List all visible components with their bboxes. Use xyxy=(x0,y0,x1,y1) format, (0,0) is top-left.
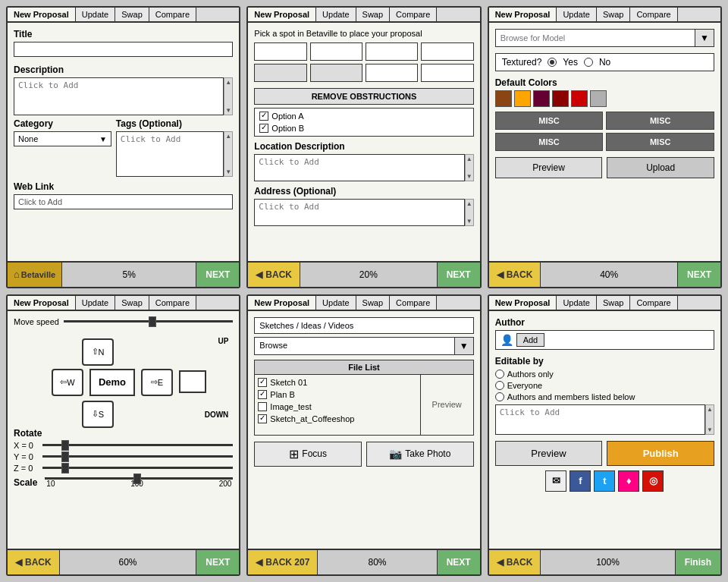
tab-update-2[interactable]: Update xyxy=(316,8,356,21)
tab-compare-6[interactable]: Compare xyxy=(630,296,677,310)
swatch-orange[interactable] xyxy=(514,90,531,107)
facebook-social-icon[interactable]: f xyxy=(570,470,591,492)
tab-update-6[interactable]: Update xyxy=(557,296,596,310)
upload-button-3[interactable]: Upload xyxy=(607,157,714,178)
swatch-brown[interactable] xyxy=(495,90,512,107)
category-select[interactable]: None ▼ xyxy=(14,131,111,146)
swatch-brightred[interactable] xyxy=(571,90,588,107)
tab-compare-4[interactable]: Compare xyxy=(149,296,196,310)
view-box[interactable] xyxy=(179,370,206,393)
twitter-social-icon[interactable]: t xyxy=(594,470,615,492)
email-social-icon[interactable]: ✉ xyxy=(545,470,566,492)
back-button-5[interactable]: ◀ BACK 207 xyxy=(248,550,318,574)
preview-button-3[interactable]: Preview xyxy=(495,157,603,178)
browse-model-input[interactable] xyxy=(496,30,695,46)
file-checkbox-2[interactable] xyxy=(258,402,267,411)
spot-7[interactable] xyxy=(366,64,418,82)
location-textarea[interactable] xyxy=(254,154,464,181)
spot-6[interactable] xyxy=(310,64,362,82)
nav-w-button[interactable]: ⇦ W xyxy=(52,369,83,396)
swatch-gray[interactable] xyxy=(590,90,607,107)
file-checkbox-0[interactable] xyxy=(258,378,267,387)
tab-compare-3[interactable]: Compare xyxy=(630,8,677,21)
next-button-3[interactable]: NEXT xyxy=(677,263,720,287)
option-a-checkbox[interactable] xyxy=(259,112,268,121)
address-textarea[interactable] xyxy=(254,199,464,226)
swatch-darkred[interactable] xyxy=(533,90,550,107)
no-radio[interactable] xyxy=(584,58,593,67)
scale-slider-thumb[interactable] xyxy=(133,473,141,484)
tab-new-proposal-2[interactable]: New Proposal xyxy=(248,8,316,21)
file-checkbox-3[interactable] xyxy=(258,414,267,423)
yes-radio[interactable] xyxy=(548,58,557,67)
tab-swap-5[interactable]: Swap xyxy=(356,296,391,310)
browse-select-arrow[interactable]: ▼ xyxy=(454,338,473,354)
spot-2[interactable] xyxy=(310,42,362,61)
tab-new-proposal-1[interactable]: New Proposal xyxy=(8,8,76,21)
tab-compare-5[interactable]: Compare xyxy=(390,296,437,310)
radio-everyone-circle[interactable] xyxy=(495,381,504,390)
tab-new-proposal-5[interactable]: New Proposal xyxy=(248,296,316,310)
location-scrollbar[interactable]: ▲ ▼ xyxy=(465,154,474,181)
tab-swap-2[interactable]: Swap xyxy=(356,8,391,21)
lastfm-social-icon[interactable]: ◎ xyxy=(642,470,664,492)
flickr-social-icon[interactable]: ♦ xyxy=(618,470,639,492)
tab-update-1[interactable]: Update xyxy=(76,8,115,21)
z-slider-thumb[interactable] xyxy=(61,463,69,473)
file-checkbox-1[interactable] xyxy=(258,390,267,399)
tab-new-proposal-6[interactable]: New Proposal xyxy=(489,296,557,310)
home-button-1[interactable]: ⌂ Betaville xyxy=(8,263,62,287)
tab-swap-6[interactable]: Swap xyxy=(597,296,631,310)
members-textarea[interactable] xyxy=(495,404,705,435)
members-scrollbar[interactable]: ▲ ▼ xyxy=(705,404,714,435)
browse-model-dropdown[interactable]: ▼ xyxy=(695,30,714,46)
tab-new-proposal-3[interactable]: New Proposal xyxy=(489,8,557,21)
nav-n-button[interactable]: ⇧ N xyxy=(82,338,114,366)
y-slider-thumb[interactable] xyxy=(61,451,69,462)
spot-4[interactable] xyxy=(421,42,473,61)
description-scrollbar[interactable]: ▲ ▼ xyxy=(224,77,233,115)
tab-update-3[interactable]: Update xyxy=(557,8,596,21)
nav-e-button[interactable]: ⇨ E xyxy=(141,369,173,396)
misc-btn-3[interactable]: MISC xyxy=(495,133,604,151)
speed-slider-thumb[interactable] xyxy=(149,316,156,327)
nav-s-button[interactable]: ⇩ S xyxy=(82,401,114,428)
publish-button[interactable]: Publish xyxy=(607,441,714,466)
address-scrollbar[interactable]: ▲ ▼ xyxy=(465,199,474,226)
spot-8[interactable] xyxy=(421,64,473,82)
file-type-input[interactable] xyxy=(254,317,473,334)
title-input[interactable] xyxy=(14,42,233,57)
preview-button-6[interactable]: Preview xyxy=(495,441,603,466)
next-button-5[interactable]: NEXT xyxy=(437,550,480,574)
tab-update-5[interactable]: Update xyxy=(316,296,356,310)
spot-1[interactable] xyxy=(254,42,306,61)
back-button-3[interactable]: ◀ BACK xyxy=(489,263,541,287)
tab-update-4[interactable]: Update xyxy=(76,296,115,310)
description-textarea[interactable] xyxy=(14,77,224,115)
tab-swap-1[interactable]: Swap xyxy=(115,8,149,21)
radio-members-circle[interactable] xyxy=(495,392,504,401)
focus-button[interactable]: ⊞ Focus xyxy=(254,442,362,467)
tab-compare-2[interactable]: Compare xyxy=(390,8,437,21)
tab-new-proposal-4[interactable]: New Proposal xyxy=(8,296,76,310)
take-photo-button[interactable]: 📷 Take Photo xyxy=(366,442,474,467)
back-button-2[interactable]: ◀ BACK xyxy=(248,263,300,287)
radio-authors-circle[interactable] xyxy=(495,370,504,379)
tab-compare-1[interactable]: Compare xyxy=(149,8,196,21)
next-button-1[interactable]: NEXT xyxy=(196,263,239,287)
misc-btn-4[interactable]: MISC xyxy=(606,133,714,151)
weblink-input[interactable] xyxy=(14,194,233,209)
swatch-red[interactable] xyxy=(552,90,569,107)
next-button-2[interactable]: NEXT xyxy=(437,263,480,287)
finish-button[interactable]: Finish xyxy=(675,550,720,574)
misc-btn-1[interactable]: MISC xyxy=(495,112,604,130)
misc-btn-2[interactable]: MISC xyxy=(606,112,714,130)
remove-obstructions-btn[interactable]: REMOVE OBSTRUCTIONS xyxy=(254,88,473,105)
tags-scrollbar[interactable]: ▲ ▼ xyxy=(224,131,233,177)
tab-swap-3[interactable]: Swap xyxy=(597,8,631,21)
add-author-button[interactable]: Add xyxy=(516,333,545,347)
back-button-6[interactable]: ◀ BACK xyxy=(489,550,541,574)
x-slider-thumb[interactable] xyxy=(61,440,69,451)
tab-swap-4[interactable]: Swap xyxy=(115,296,149,310)
next-button-4[interactable]: NEXT xyxy=(196,550,239,574)
